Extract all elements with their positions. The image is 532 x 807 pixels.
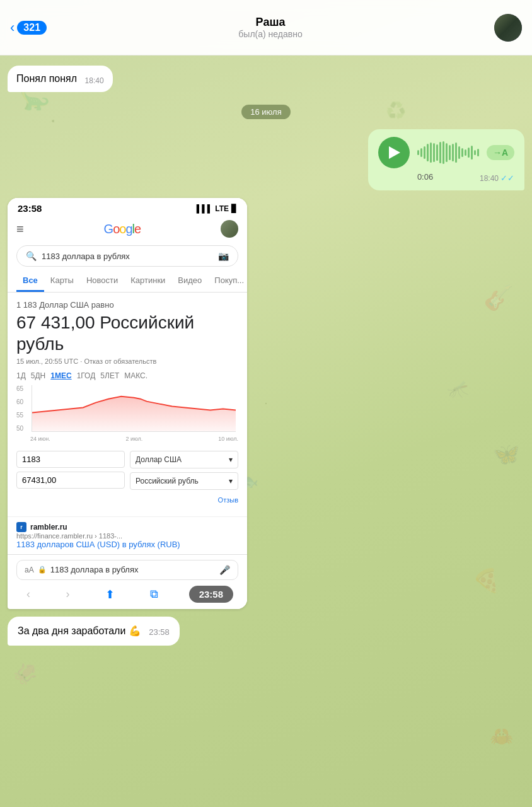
forward-nav-button[interactable]: › <box>61 585 74 603</box>
search-query-text: 1183 доллара в рублях <box>42 252 130 261</box>
read-checkmarks: ✓✓ <box>500 173 514 183</box>
waveform-bar <box>439 142 441 163</box>
chart-tab-1m[interactable]: 1МЕС <box>50 371 71 380</box>
result-value: 67 431,00 Российский рубль <box>16 312 238 354</box>
waveform <box>417 141 479 164</box>
waveform-bar <box>449 145 451 160</box>
chart-canvas-area <box>32 385 236 432</box>
feedback-link[interactable]: Отзыв <box>16 495 238 509</box>
amount-output[interactable]: 67431,00 <box>16 472 125 489</box>
voice-to-label: →A <box>487 145 514 160</box>
google-search-tabs: Все Карты Новости Картинки Видео Покуп..… <box>8 270 247 293</box>
waveform-bar <box>433 143 435 162</box>
result-date: 15 июл., 20:55 UTC · Отказ от обязательс… <box>16 357 238 365</box>
message-row: Понял понял 18:40 <box>8 66 524 92</box>
voice-message-bubble: →A 0:06 18:40 ✓✓ <box>368 129 524 190</box>
chart-tab-1d[interactable]: 1Д <box>16 371 26 380</box>
waveform-bar <box>446 143 448 162</box>
message-text: Понял понял 18:40 <box>16 73 104 84</box>
voice-meta: 0:06 18:40 ✓✓ <box>378 171 514 183</box>
share-button[interactable]: ⬆ <box>100 585 120 604</box>
tab-maps[interactable]: Карты <box>44 270 80 292</box>
message-row-voice: →A 0:06 18:40 ✓✓ <box>8 129 524 190</box>
chart-tab-max[interactable]: МАКС. <box>124 371 147 380</box>
back-chevron-icon: ‹ <box>10 21 14 35</box>
phone-signal-icons: ▌▌▌ LTE ▊ <box>197 204 237 213</box>
site-title[interactable]: 1183 долларов США (USD) в рублях (RUB) <box>16 540 238 549</box>
address-aa-button[interactable]: аА <box>25 566 34 574</box>
avatar-image <box>494 14 522 42</box>
currency-to-select[interactable]: Российский рубль ▾ <box>130 472 238 490</box>
x-label: 10 июл. <box>218 436 238 442</box>
unread-count-badge[interactable]: 321 <box>17 21 47 35</box>
date-separator-row: 16 июля <box>8 102 524 122</box>
waveform-bar <box>417 150 419 155</box>
chart-x-labels: 24 июн. 2 июл. 10 июл. <box>30 436 238 442</box>
tab-video[interactable]: Видео <box>171 270 208 292</box>
conversion-result: 1 183 Доллар США равно 67 431,00 Российс… <box>8 293 247 516</box>
currency-from-select[interactable]: Доллар США ▾ <box>130 451 238 468</box>
signal-icon: ▌▌▌ <box>197 204 213 213</box>
search-result-item: r rambler.ru https://finance.rambler.ru … <box>8 516 247 554</box>
lte-label: LTE <box>215 204 229 213</box>
contact-name[interactable]: Раша <box>256 16 286 29</box>
back-nav-button[interactable]: ‹ <box>21 585 35 603</box>
tab-images[interactable]: Картинки <box>124 270 171 292</box>
hamburger-menu-icon[interactable]: ≡ <box>16 222 24 236</box>
tab-news[interactable]: Новости <box>80 270 124 292</box>
amount-input[interactable]: 1183 <box>16 451 125 468</box>
chart-time-tabs: 1Д 5ДН 1МЕС 1ГОД 5ЛЕТ МАКС. <box>16 371 238 385</box>
lock-icon: 🔒 <box>38 566 47 574</box>
x-label: 2 июл. <box>126 436 143 442</box>
browser-address-bar[interactable]: аА 🔒 1183 доллара в рублях 🎤 <box>16 560 238 580</box>
currency-converter-inputs: 1183 67431,00 Доллар США ▾ <box>16 446 238 495</box>
incoming-bubble: Понял понял 18:40 <box>8 66 113 92</box>
date-separator: 16 июля <box>241 105 290 119</box>
phone-bottom-bar: аА 🔒 1183 доллара в рублях 🎤 ‹ › ⬆ ⧉ 23:… <box>8 554 247 609</box>
contact-avatar[interactable] <box>494 14 522 42</box>
dropdown-arrow-icon: ▾ <box>229 477 233 485</box>
waveform-bar <box>461 148 463 157</box>
site-url: https://finance.rambler.ru › 1183-... <box>16 532 238 540</box>
contact-status: был(а) недавно <box>238 29 302 39</box>
chart-tab-5d[interactable]: 5ДН <box>31 371 45 380</box>
chat-area: Понял понял 18:40 16 июля <box>0 55 532 807</box>
chart-y-labels: 65 60 55 50 <box>16 385 30 432</box>
camera-search-icon[interactable]: 📷 <box>218 251 229 261</box>
battery-icon: ▊ <box>231 204 237 213</box>
message-row-screenshot: 23:58 ▌▌▌ LTE ▊ ≡ Google <box>8 198 524 608</box>
waveform-bar <box>474 150 476 155</box>
back-button[interactable]: ‹ 321 <box>10 21 47 35</box>
message-time: 18:40 <box>85 76 104 86</box>
result-label: 1 183 Доллар США равно <box>16 300 238 310</box>
google-search-bar[interactable]: 🔍 1183 доллара в рублях 📷 <box>16 245 238 267</box>
phone-clock: 23:58 <box>18 203 42 214</box>
y-label: 50 <box>16 425 30 432</box>
google-header: ≡ Google <box>8 216 247 241</box>
tab-more[interactable]: Покуп... <box>208 270 247 292</box>
mic-icon[interactable]: 🎤 <box>219 565 230 575</box>
play-icon <box>389 146 400 159</box>
waveform-bar <box>430 142 432 163</box>
dropdown-arrow-icon: ▾ <box>229 455 233 464</box>
last-message-bubble: За два дня заработали 💪 23:58 <box>8 617 180 646</box>
waveform-bar <box>471 146 473 160</box>
google-profile-icon[interactable] <box>221 220 238 238</box>
chart-tab-1y[interactable]: 1ГОД <box>77 371 96 380</box>
message-text: За два дня заработали 💪 23:58 <box>18 625 170 636</box>
screenshot-bubble: 23:58 ▌▌▌ LTE ▊ ≡ Google <box>8 198 247 608</box>
waveform-bar <box>436 144 438 161</box>
message-time: 23:58 <box>149 627 170 638</box>
play-button[interactable] <box>378 137 410 168</box>
waveform-bar <box>420 148 422 157</box>
waveform-bar <box>427 144 429 161</box>
voice-duration: 0:06 <box>417 172 433 182</box>
tab-all[interactable]: Все <box>16 270 44 292</box>
address-bar-text: 1183 доллара в рублях <box>50 565 216 574</box>
phone-status-bar: 23:58 ▌▌▌ LTE ▊ <box>8 198 247 216</box>
tabs-button[interactable]: ⧉ <box>145 585 163 603</box>
chart-tab-5y[interactable]: 5ЛЕТ <box>100 371 119 380</box>
x-label: 24 июн. <box>30 436 50 442</box>
y-label: 60 <box>16 398 30 405</box>
message-row-last: За два дня заработали 💪 23:58 <box>8 617 524 646</box>
